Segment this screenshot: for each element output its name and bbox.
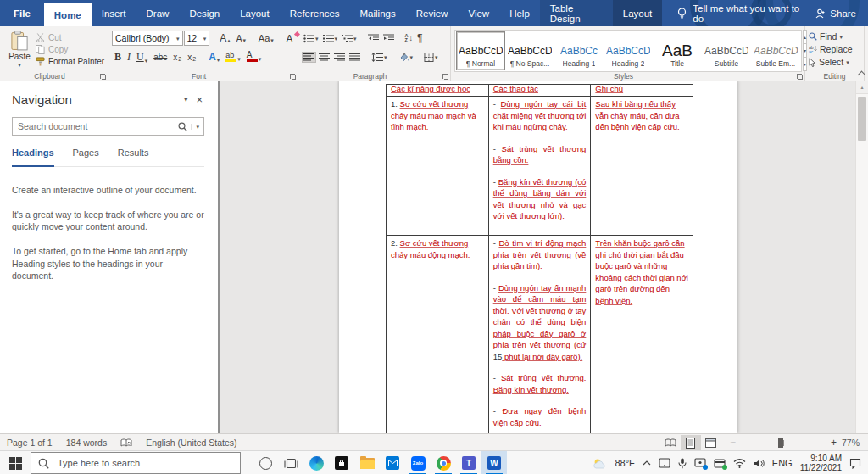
font-dialog-launcher[interactable] [289,73,296,80]
proofing-status-icon[interactable] [114,438,139,448]
word-taskbar-button[interactable]: W [481,451,507,474]
decrease-indent-button[interactable] [366,33,381,44]
nav-tab-pages[interactable]: Pages [73,148,99,161]
change-case-button[interactable]: Aa▾ [256,32,276,44]
font-name-combo[interactable]: Calibri (Body) ▾ [112,31,183,46]
navigation-pane-close-icon[interactable]: × [194,93,204,106]
scrollbar-thumb[interactable] [858,97,866,141]
shading-button[interactable]: ▾ [397,52,415,63]
document-table[interactable]: Các kĩ năng được học Các thao tác Ghi ch… [386,84,693,433]
navigation-search-box[interactable]: ▾ [12,117,204,136]
style-heading-2[interactable]: AaBbCcD Heading 2 [604,31,653,70]
word-count[interactable]: 184 words [59,438,114,448]
tab-draw[interactable]: Draw [136,0,180,26]
document-page[interactable]: Các kĩ năng được học Các thao tác Ghi ch… [339,81,737,433]
paste-button[interactable]: Paste ▾ [3,29,36,70]
paste-dropdown-icon[interactable]: ▾ [18,62,21,68]
read-mode-button[interactable] [660,435,681,450]
tab-view[interactable]: View [458,0,499,26]
tab-design[interactable]: Design [179,0,230,26]
tablet-mode-icon[interactable] [659,458,670,468]
tab-review[interactable]: Review [406,0,459,26]
clock[interactable]: 9:10 AM 11/22/2021 [800,454,842,472]
speaker-icon[interactable] [754,459,765,468]
taskbar-search-box[interactable] [31,452,241,474]
multilevel-list-button[interactable]: ▾ [340,33,359,44]
sort-button[interactable]: AZ ↓ [403,33,415,43]
align-center-button[interactable] [317,52,331,63]
italic-button[interactable]: I [125,50,133,64]
show-paragraph-marks-button[interactable]: ¶ [415,31,424,45]
style-subtle-emphasis[interactable]: AaBbCcDi Subtle Em... [751,31,800,70]
zoom-slider-thumb[interactable] [778,438,783,448]
bold-button[interactable]: B [112,50,124,64]
style-subtitle[interactable]: AaBbCcD Subtitle [702,31,751,70]
tab-table-layout[interactable]: Layout [613,0,663,26]
tab-home[interactable]: Home [44,3,92,26]
align-right-button[interactable] [332,52,347,63]
file-explorer-button[interactable] [354,451,380,474]
action-center-icon[interactable] [849,458,861,469]
zoom-in-button[interactable]: + [831,437,837,449]
tab-help[interactable]: Help [499,0,540,26]
edge-button[interactable] [303,451,329,474]
align-left-button[interactable] [302,52,316,63]
table-cell[interactable]: 2. Sơ cứu vết thương chảy máu động mạch. [387,236,489,433]
grow-font-button[interactable]: A▴ [217,32,233,44]
tab-table-design[interactable]: Table Design [540,0,613,26]
tab-insert[interactable]: Insert [92,0,136,26]
tab-layout[interactable]: Layout [230,0,280,26]
paragraph-dialog-launcher[interactable] [442,73,448,80]
highlight-color-button[interactable]: ab▾ [223,51,243,63]
task-view-button[interactable] [278,451,303,474]
cut-button[interactable]: Cut [36,33,104,42]
nav-tab-results[interactable]: Results [118,148,149,161]
subscript-button[interactable]: x2 [170,52,184,63]
language-status[interactable]: English (United States) [139,438,243,448]
zoom-level[interactable]: 77% [842,438,860,448]
style-no-spacing[interactable]: AaBbCcDc ¶ No Spac... [505,31,554,70]
navigation-search-input[interactable] [13,121,175,131]
payment-card-icon[interactable] [714,459,726,468]
clear-formatting-button[interactable]: A [284,32,295,44]
show-hidden-icons-button[interactable] [643,460,651,466]
style-heading-1[interactable]: AaBbCc Heading 1 [554,31,604,70]
weather-icon[interactable] [593,458,607,469]
microsoft-store-button[interactable] [329,451,354,474]
teams-button[interactable]: T [456,451,481,474]
print-layout-button[interactable] [681,435,701,450]
cortana-button[interactable] [253,451,278,474]
borders-button[interactable]: ▾ [422,52,440,63]
page-count[interactable]: Page 1 of 1 [0,438,59,448]
search-icon[interactable] [175,122,191,131]
format-painter-button[interactable]: Format Painter [36,57,104,66]
superscript-button[interactable]: x2 [185,52,198,63]
search-options-dropdown-icon[interactable]: ▾ [191,124,203,130]
microphone-icon[interactable] [678,458,687,469]
taskbar-search-input[interactable] [56,457,233,469]
scroll-up-icon[interactable]: ▴ [856,81,868,94]
screen-share-icon[interactable] [694,458,706,468]
language-indicator[interactable]: ENG [772,458,793,468]
table-cell[interactable]: 1. Sơ cứu vết thương chảy máu mao mạch v… [387,97,489,235]
text-effects-button[interactable]: A▾ [206,50,222,64]
table-cell[interactable]: - Dùng ngón tay cái bịt chặt miệng vết t… [489,97,592,235]
weather-temp[interactable]: 88°F [615,458,634,468]
mail-button[interactable] [380,451,405,474]
document-canvas[interactable]: Các kĩ năng được học Các thao tác Ghi ch… [220,81,868,433]
tab-references[interactable]: References [280,0,350,26]
tell-me-box[interactable]: Tell me what you want to do [677,0,804,26]
table-cell[interactable]: Trên khăn buộc garô cần ghi chú thời gia… [591,236,693,433]
tab-file[interactable]: File [0,0,44,26]
font-name-dropdown-icon[interactable]: ▾ [176,36,180,42]
nav-tab-headings[interactable]: Headings [12,148,54,161]
zoom-slider[interactable] [741,438,826,448]
shrink-font-button[interactable]: A▾ [234,33,248,44]
find-button[interactable]: Find ▾ [809,31,861,42]
styles-dialog-launcher[interactable] [796,73,803,80]
web-layout-button[interactable] [701,435,721,450]
start-button[interactable] [0,451,31,474]
style-normal[interactable]: AaBbCcDc ¶ Normal [456,31,505,70]
copy-button[interactable]: Copy [36,45,104,54]
table-cell[interactable]: Sau khi băng nếu thấy vẫn chảy máu, cần … [591,97,693,235]
